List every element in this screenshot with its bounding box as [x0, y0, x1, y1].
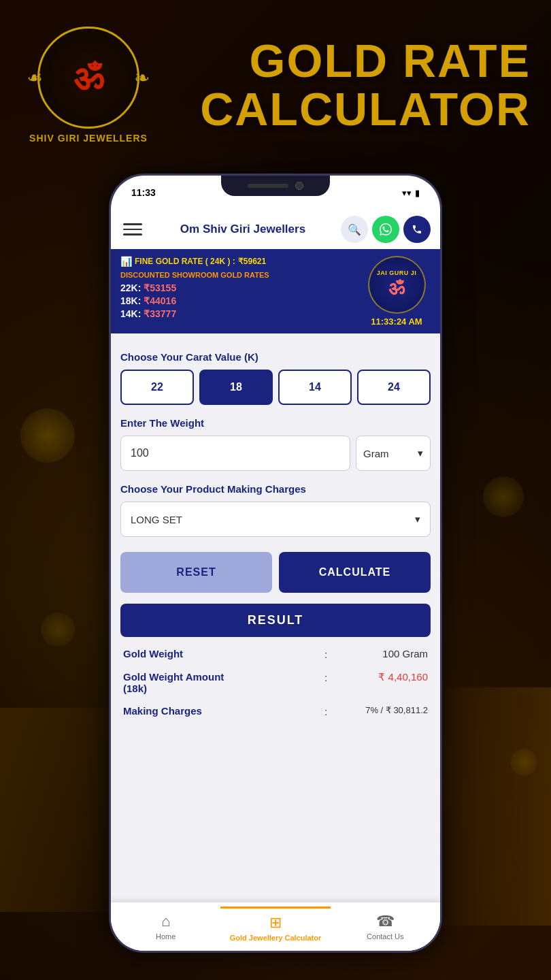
phone-button[interactable] — [403, 216, 431, 243]
result-amount-label-line2: (18k) — [123, 683, 319, 694]
battery-icon: ▮ — [415, 188, 420, 198]
weight-unit-value: Gram — [363, 448, 389, 459]
carat-22k-button[interactable]: 22 — [120, 370, 194, 405]
ticker-header: 📊 FINE GOLD RATE ( 24K ) : ₹59621 — [120, 256, 363, 267]
result-weight-label: Gold Weight — [123, 648, 319, 659]
home-icon: ⌂ — [161, 913, 170, 930]
phone-outer: 11:33 ▾▾ ▮ Om Shiv Giri Jewellers — [109, 174, 442, 953]
gold-ticker: 📊 FINE GOLD RATE ( 24K ) : ₹59621 DISCOU… — [111, 249, 440, 333]
calculator-icon: ⊞ — [269, 914, 282, 932]
carat-18k-button[interactable]: 18 — [199, 370, 273, 405]
rate-18k-label: 18K: — [120, 295, 144, 306]
rate-14k-row: 14K: ₹33777 — [120, 308, 363, 319]
app-bar: Om Shiv Giri Jewellers 🔍 — [111, 210, 440, 249]
ticker-time: 11:33:24 AM — [371, 316, 422, 327]
phone-nav-icon: ☎ — [376, 913, 395, 930]
brand-name: SHIV GIRI JEWELLERS — [29, 133, 148, 144]
result-row-weight: Gold Weight : 100 Gram — [120, 648, 431, 660]
whatsapp-button[interactable] — [372, 216, 399, 243]
title-line2: CALCULATOR — [170, 85, 531, 133]
result-making-value: 7% / ₹ 30,811.2 — [333, 705, 428, 715]
hamburger-line-1 — [123, 223, 142, 225]
reset-button[interactable]: RESET — [120, 552, 272, 593]
notch-camera — [295, 182, 303, 190]
result-weight-value: 100 Gram — [333, 648, 428, 659]
rate-18k-value: ₹44016 — [144, 295, 176, 306]
rate-14k-label: 14K: — [120, 308, 144, 319]
ticker-left: 📊 FINE GOLD RATE ( 24K ) : ₹59621 DISCOU… — [120, 256, 363, 321]
carat-24k-button[interactable]: 24 — [357, 370, 431, 405]
result-row-amount: Gold Weight Amount (18k) : ₹ 4,40,160 — [120, 671, 431, 694]
chart-icon: 📊 — [120, 256, 132, 267]
nav-calculator-label: Gold Jewellery Calculator — [230, 934, 322, 942]
ticker-right: JAI GURU JI ॐ 11:33:24 AM — [363, 256, 431, 327]
calculator-content: Choose Your Carat Value (K) 22 18 14 24 … — [111, 333, 440, 951]
making-charges-value: LONG SET — [131, 514, 182, 525]
nav-calculator[interactable]: ⊞ Gold Jewellery Calculator — [220, 906, 330, 947]
weight-input-row: Gram ▾ — [120, 436, 431, 471]
nav-home[interactable]: ⌂ Home — [111, 907, 220, 946]
hamburger-line-2 — [123, 229, 142, 231]
result-amount-label: Gold Weight Amount (18k) — [123, 671, 319, 694]
result-amount-colon: : — [319, 671, 333, 683]
result-row-making: Making Charges : 7% / ₹ 30,811.2 — [120, 705, 431, 717]
making-charges-chevron-icon: ▾ — [415, 513, 420, 525]
result-header: RESULT — [120, 604, 431, 637]
making-charges-section: Choose Your Product Making Charges LONG … — [120, 483, 431, 537]
bottom-navigation: ⌂ Home ⊞ Gold Jewellery Calculator ☎ Con… — [111, 902, 440, 951]
phone-mockup: 11:33 ▾▾ ▮ Om Shiv Giri Jewellers — [109, 174, 442, 953]
rate-22k-label: 22K: — [120, 282, 144, 293]
calculate-button[interactable]: CALCULATE — [279, 552, 431, 593]
ticker-sub-header: DISCOUNTED SHOWROOM GOLD RATES — [120, 271, 363, 279]
logo-circle: ॐ — [37, 27, 139, 129]
making-charges-dropdown[interactable]: LONG SET ▾ — [120, 502, 431, 537]
search-button[interactable]: 🔍 — [341, 216, 368, 243]
badge-om-symbol: ॐ — [388, 278, 405, 300]
ticker-rates: 22K: ₹53155 18K: ₹44016 14K: ₹33777 — [120, 282, 363, 319]
result-amount-label-line1: Gold Weight Amount — [123, 671, 319, 683]
rate-22k-value: ₹53155 — [144, 282, 176, 293]
header-area: ॐ SHIV GIRI JEWELLERS GOLD RATE CALCULAT… — [0, 0, 551, 170]
weight-section: Enter The Weight Gram ▾ — [120, 417, 431, 471]
rate-14k-value: ₹33777 — [144, 308, 176, 319]
weight-input[interactable] — [120, 436, 350, 471]
action-buttons: RESET CALCULATE — [120, 552, 431, 593]
phone-notch — [221, 176, 330, 196]
app-title-display: GOLD RATE CALCULATOR — [170, 37, 531, 134]
weight-unit-dropdown[interactable]: Gram ▾ — [356, 436, 431, 471]
rate-24k: ₹59621 — [238, 257, 266, 266]
logo-section: ॐ SHIV GIRI JEWELLERS — [20, 27, 156, 144]
nav-contact[interactable]: ☎ Contact Us — [331, 907, 440, 946]
appbar-actions: 🔍 — [341, 216, 431, 243]
result-weight-colon: : — [319, 648, 333, 660]
title-line1: GOLD RATE — [170, 37, 531, 85]
status-icons: ▾▾ ▮ — [402, 188, 420, 198]
nav-contact-label: Contact Us — [367, 932, 403, 941]
result-amount-value: ₹ 4,40,160 — [333, 671, 428, 683]
carat-section-label: Choose Your Carat Value (K) — [120, 351, 431, 363]
title-section: GOLD RATE CALCULATOR — [156, 37, 531, 134]
logo-om-symbol: ॐ — [73, 57, 103, 99]
phone-screen: Om Shiv Giri Jewellers 🔍 — [111, 210, 440, 951]
carat-section: Choose Your Carat Value (K) 22 18 14 24 — [120, 351, 431, 405]
rate-18k-row: 18K: ₹44016 — [120, 295, 363, 306]
nav-home-label: Home — [156, 932, 176, 941]
weight-unit-chevron-icon: ▾ — [418, 447, 423, 459]
wifi-icon: ▾▾ — [402, 188, 412, 198]
notch-speaker — [248, 184, 288, 188]
rate-22k-row: 22K: ₹53155 — [120, 282, 363, 293]
making-charges-label: Choose Your Product Making Charges — [120, 483, 431, 495]
hamburger-button[interactable] — [120, 217, 145, 242]
status-time: 11:33 — [131, 187, 156, 198]
result-making-label: Making Charges — [123, 705, 319, 717]
carat-buttons: 22 18 14 24 — [120, 370, 431, 405]
badge-top-text: JAI GURU JI — [377, 270, 417, 276]
weight-section-label: Enter The Weight — [120, 417, 431, 429]
appbar-title: Om Shiv Giri Jewellers — [152, 223, 334, 236]
hamburger-line-3 — [123, 233, 142, 235]
result-making-colon: : — [319, 705, 333, 717]
ticker-header-text: FINE GOLD RATE ( 24K ) : — [135, 257, 235, 266]
carat-14k-button[interactable]: 14 — [278, 370, 352, 405]
jai-guru-ji-badge: JAI GURU JI ॐ — [368, 256, 426, 314]
result-rows: Gold Weight : 100 Gram Gold Weight Amoun… — [120, 648, 431, 717]
